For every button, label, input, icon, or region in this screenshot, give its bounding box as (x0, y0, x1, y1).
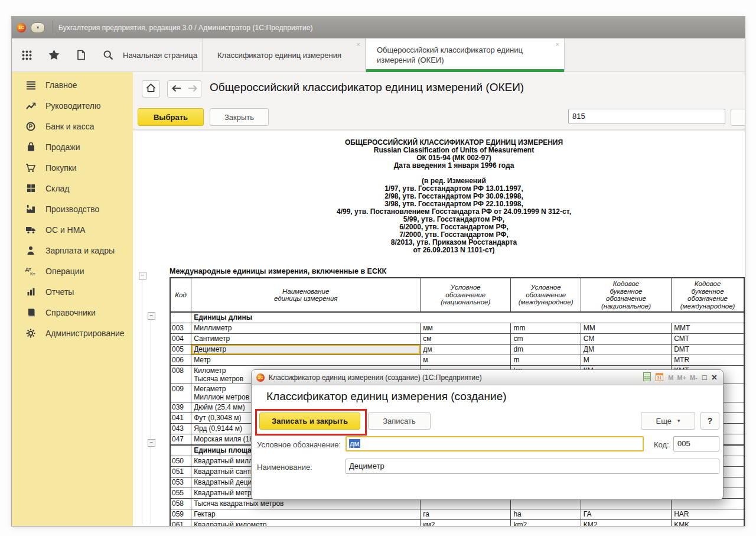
maximize-icon[interactable]: □ (702, 373, 707, 381)
cell-code-nat[interactable]: КМ2 (581, 520, 671, 527)
calendar-icon[interactable]: 31 (656, 372, 663, 383)
window-titlebar[interactable]: 1С ▾ Бухгалтерия предприятия, редакция 3… (12, 17, 745, 38)
sidebar-item-grid[interactable]: Склад (12, 178, 133, 199)
history-icon[interactable] (74, 48, 87, 61)
cell-name[interactable]: Дециметр (191, 345, 421, 355)
cell-intl[interactable]: mm (511, 323, 581, 334)
favorites-star-icon[interactable] (47, 48, 60, 61)
cell-code-nat[interactable] (581, 499, 671, 509)
sidebar-item-list[interactable]: Главное (12, 74, 133, 95)
tab-1[interactable]: Классификатор единиц измерения× (203, 38, 366, 72)
save-button[interactable]: Записать (368, 412, 431, 430)
sidebar-item-cart[interactable]: Покупки (12, 157, 133, 178)
cell-name[interactable]: Миллиметр (191, 323, 421, 334)
sidebar-item-bag[interactable]: Продажи (12, 137, 133, 157)
cell-nat[interactable]: см (421, 334, 511, 345)
close-button[interactable]: Закрыть (210, 108, 269, 126)
tab-2[interactable]: Общероссийский классификатор единиц изме… (366, 38, 565, 72)
cell-nat[interactable]: мм (421, 323, 511, 334)
cell-intl[interactable]: m (511, 355, 581, 366)
memory-button[interactable]: M+ (677, 374, 686, 381)
collapse-toggle-icon[interactable]: − (148, 439, 155, 447)
cell-name[interactable]: Метр (191, 355, 421, 366)
sidebar-item-person[interactable]: Зарплата и кадры (12, 240, 133, 261)
cell-code[interactable]: 058 (170, 499, 191, 509)
group-label[interactable]: Единицы длины (191, 312, 744, 323)
calculator-icon[interactable] (643, 372, 651, 383)
cell-code-nat[interactable]: ММ (581, 323, 671, 334)
cell-code[interactable] (170, 312, 191, 323)
cell-nat[interactable]: га (421, 509, 511, 520)
sidebar-item-coin[interactable]: Банк и касса (12, 116, 133, 137)
dialog-titlebar[interactable]: 1С Классификатор единиц измерения (созда… (252, 370, 723, 385)
tab-close-icon[interactable]: × (556, 41, 559, 48)
table-row[interactable]: 058Тысяча квадратных метров (170, 499, 744, 509)
cell-intl[interactable]: km2 (511, 520, 581, 527)
cell-intl[interactable]: ha (511, 509, 581, 520)
cell-code-intl[interactable]: CMT (672, 334, 744, 345)
memory-button[interactable]: M (668, 374, 673, 381)
collapse-toggle-icon[interactable]: − (139, 272, 146, 280)
cell-code[interactable]: 053 (170, 477, 191, 488)
cell-code-intl[interactable]: KMK (672, 520, 744, 527)
close-icon[interactable]: × (712, 373, 717, 382)
symbol-input[interactable]: дм (346, 436, 644, 451)
table-row[interactable]: 005ДециметрдмdmДМDMT (170, 345, 744, 355)
cell-code[interactable]: 047 (170, 434, 191, 446)
table-row[interactable]: 061Квадратный километркм2km2КМ2KMK (170, 520, 744, 527)
cell-name[interactable]: Сантиметр (191, 334, 421, 345)
table-row[interactable]: 006МетрмmМMTR (170, 355, 744, 366)
search-icon[interactable] (102, 48, 115, 61)
cell-code-nat[interactable]: М (581, 355, 671, 366)
sidebar-item-dtkt[interactable]: ДтКтОперации (12, 261, 133, 281)
cell-name[interactable]: Тысяча квадратных метров (191, 499, 421, 509)
cell-code-nat[interactable]: СМ (581, 334, 671, 345)
cell-code-intl[interactable]: MTR (672, 355, 744, 366)
cell-code[interactable]: 039 (170, 402, 191, 413)
cell-name[interactable]: Гектар (191, 509, 421, 520)
search-extra-button[interactable] (731, 109, 745, 126)
memory-button[interactable]: M- (690, 374, 698, 381)
save-and-close-button[interactable]: Записать и закрыть (259, 412, 360, 430)
menu-grid-icon[interactable] (20, 48, 33, 61)
code-search-input[interactable]: 815 (568, 109, 725, 124)
cell-intl[interactable]: cm (511, 334, 581, 345)
cell-code[interactable]: 043 (170, 424, 191, 434)
cell-code[interactable]: 061 (170, 520, 191, 527)
table-row[interactable]: 004СантиметрсмcmСМCMT (170, 334, 744, 345)
cell-code[interactable]: 059 (170, 509, 191, 520)
sidebar-item-book[interactable]: Справочники (12, 302, 133, 323)
sidebar-item-factory[interactable]: Производство (12, 199, 133, 219)
window-menu-button[interactable]: ▾ (31, 22, 45, 33)
cell-code[interactable]: 041 (170, 413, 191, 424)
cell-nat[interactable]: км2 (421, 520, 511, 527)
sidebar-item-truck[interactable]: ОС и НМА (12, 219, 133, 240)
cell-code[interactable]: 006 (170, 355, 191, 366)
collapse-toggle-icon[interactable]: − (148, 312, 155, 320)
tab-0[interactable]: Начальная страница (118, 38, 203, 72)
cell-nat[interactable] (421, 499, 511, 509)
cell-code[interactable]: 009 (170, 384, 191, 402)
cell-nat[interactable]: м (421, 355, 511, 366)
cell-intl[interactable]: dm (511, 345, 581, 355)
code-input[interactable]: 005 (673, 436, 719, 451)
cell-code-intl[interactable]: DMT (672, 345, 744, 355)
cell-code[interactable]: 005 (170, 345, 191, 355)
sidebar-item-gear[interactable]: Администрирование (12, 323, 133, 343)
cell-code-intl[interactable]: MMT (672, 323, 744, 334)
cell-intl[interactable] (511, 499, 581, 509)
select-button[interactable]: Выбрать (138, 108, 204, 126)
forward-button[interactable] (184, 80, 201, 98)
table-row[interactable]: 059ГектаргаhaГАHAR (170, 509, 744, 520)
help-button[interactable]: ? (700, 412, 719, 430)
cell-code[interactable]: 050 (170, 456, 191, 467)
more-button[interactable]: Еще ▾ (641, 412, 695, 430)
cell-nat[interactable]: дм (421, 345, 511, 355)
cell-code[interactable]: 008 (170, 366, 191, 384)
cell-code[interactable]: 004 (170, 334, 191, 345)
cell-code[interactable]: 055 (170, 488, 191, 499)
table-row[interactable]: 003МиллиметрммmmММMMT (170, 323, 744, 334)
tab-close-icon[interactable]: × (357, 41, 360, 48)
cell-code-nat[interactable]: ГА (581, 509, 671, 520)
cell-code-nat[interactable]: ДМ (581, 345, 671, 355)
